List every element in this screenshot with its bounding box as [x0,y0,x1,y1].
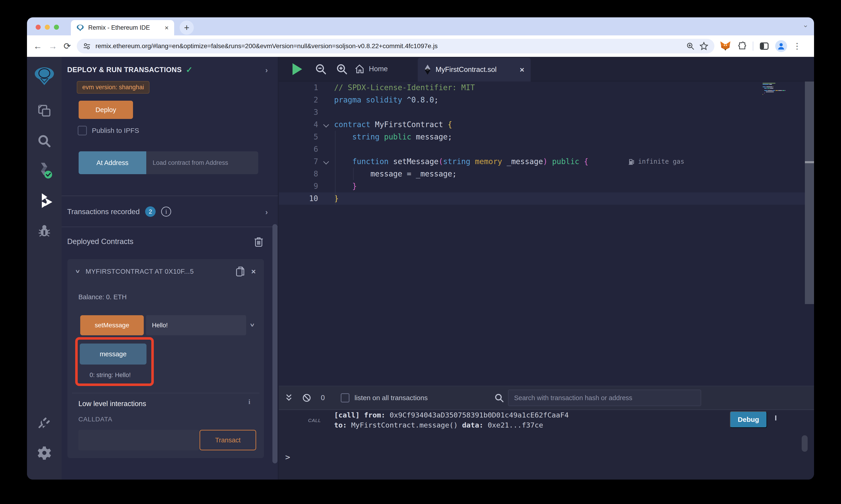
tab-home[interactable]: Home [354,57,388,81]
contract-name: MYFIRSTCONTRACT AT 0X10F...5 [86,268,230,275]
profile-avatar[interactable] [775,40,787,52]
url-text: remix.ethereum.org/#lang=en&optimize=fal… [96,42,682,50]
collapse-terminal-icon[interactable] [284,393,293,403]
contract-card-header[interactable]: ˅ MYFIRSTCONTRACT AT 0X10F...5 × [67,264,264,279]
terminal-search-icon [494,393,504,403]
debugger-bug-icon[interactable] [27,218,62,244]
site-settings-icon[interactable] [83,42,91,50]
zoom-in-icon[interactable] [336,63,348,75]
tab-close-icon[interactable]: × [165,24,169,32]
panel-scrollbar[interactable] [272,224,277,463]
remove-contract-icon[interactable]: × [251,267,256,276]
reload-button[interactable]: ⟳ [64,41,71,51]
new-tab-button[interactable]: + [179,20,194,35]
transact-button[interactable]: Transact [200,430,256,450]
listen-count: 0 [321,394,325,402]
terminal: 0 listen on all transactions CALL [call]… [279,386,814,480]
toolbar-separator [753,41,753,51]
at-address-button[interactable]: At Address [79,151,146,174]
panel-title: DEPLOY & RUN TRANSACTIONS [67,66,182,74]
code-text: } [334,193,339,205]
plugin-manager-icon[interactable] [27,409,62,434]
calldata-row: Transact [79,430,256,450]
fold-icon[interactable] [323,122,329,127]
set-message-button[interactable]: setMessage [80,315,144,335]
remix-app: DEPLOY & RUN TRANSACTIONS ✓ › evm versio… [27,57,814,480]
terminal-log[interactable]: [call] from: 0x9Cf934043aD350758391b0D01… [334,410,569,430]
tab-title: Remix - Ethereum IDE [88,24,160,31]
code-line: 3 [279,106,814,119]
icon-sidebar [27,57,62,480]
code-text: message = _message; [334,168,457,180]
zoom-out-icon[interactable] [314,63,327,75]
search-icon[interactable] [27,128,62,154]
metamask-icon[interactable] [720,41,731,51]
extensions-puzzle-icon[interactable] [737,41,747,51]
code-editor[interactable]: 1// SPDX-License-Identifier: MIT2pragma … [279,82,814,386]
terminal-search-input[interactable] [508,390,701,406]
file-explorer-icon[interactable] [27,98,62,124]
run-script-play-icon[interactable] [293,63,302,75]
window-close-button[interactable] [36,25,41,30]
log-line-2: to: MyFirstContract.message() data: 0xe2… [334,420,569,430]
tab-search-icon[interactable]: › [802,25,810,28]
panel-expand-icon[interactable]: › [265,66,268,74]
expand-params-icon[interactable]: ˅ [250,322,254,328]
deploy-run-icon[interactable] [27,188,62,213]
clear-contracts-trash-icon[interactable] [254,236,264,247]
url-bar[interactable]: remix.ethereum.org/#lang=en&optimize=fal… [77,39,715,53]
low-level-title: Low level interactions [79,400,146,408]
contract-instance-card: ˅ MYFIRSTCONTRACT AT 0X10F...5 × Balance… [67,259,264,458]
message-result: 0: string: Hello! [90,372,131,379]
settings-gear-icon[interactable] [27,440,62,465]
bookmark-star-icon[interactable] [699,41,708,51]
transactions-recorded-row: Transactions recorded 2 i [67,198,171,225]
indent-guide [335,131,336,205]
publish-ipfs-checkbox[interactable] [78,126,87,136]
message-getter-button[interactable]: message [80,344,147,364]
sidebar-toggle-icon[interactable] [759,41,769,51]
debug-button[interactable]: Debug [730,411,767,428]
solidity-file-icon [424,65,431,75]
transactions-expand-icon[interactable]: › [265,208,268,216]
deployed-contracts-title: Deployed Contracts [67,237,134,246]
window-minimize-button[interactable] [45,25,50,30]
fold-icon[interactable] [323,159,329,164]
code-line: 5 string public message; [279,131,814,143]
code-line: 8 message = _message; [279,168,814,180]
editor-scrollbar[interactable] [805,82,814,304]
tab-file[interactable]: MyFirstContract.sol × [418,58,531,82]
copy-address-icon[interactable] [236,266,245,277]
window-zoom-button[interactable] [54,25,59,30]
editor-scrollbar-thumb[interactable] [805,161,814,163]
low-level-info-icon[interactable]: i [248,398,250,406]
terminal-scroll-handle[interactable] [802,435,808,452]
line-number: 3 [279,106,318,119]
contract-collapse-icon[interactable]: ˅ [76,268,80,274]
code-text: string public message; [334,131,452,143]
deploy-button[interactable]: Deploy [79,101,133,119]
minimap[interactable] [762,83,806,95]
back-button[interactable]: ← [33,41,42,51]
set-message-input[interactable] [146,315,246,335]
browser-tab[interactable]: Remix - Ethereum IDE × [71,20,174,35]
line-number: 8 [279,168,318,180]
tab-close-icon[interactable]: × [520,65,524,74]
transactions-recorded-label: Transactions recorded [67,208,140,216]
log-expand-icon[interactable] [775,415,776,419]
transactions-info-icon[interactable]: i [161,206,171,217]
calldata-input[interactable] [79,430,199,450]
contract-balance: Balance: 0. ETH [79,293,126,301]
panel-divider [62,227,278,227]
solidity-compiler-icon[interactable] [27,158,62,183]
gas-estimate-annotation: infinite gas [629,156,684,168]
indent-guide [353,168,354,180]
forward-button[interactable]: → [49,41,57,51]
clear-console-icon[interactable] [302,393,312,403]
remix-logo-icon[interactable] [27,63,62,88]
zoom-page-icon[interactable] [686,42,695,51]
listen-checkbox[interactable] [341,393,349,402]
browser-menu-icon[interactable]: ⋮ [793,41,801,51]
at-address-input[interactable] [146,151,258,174]
editor-tabbar: Home MyFirstContract.sol × [279,57,814,82]
